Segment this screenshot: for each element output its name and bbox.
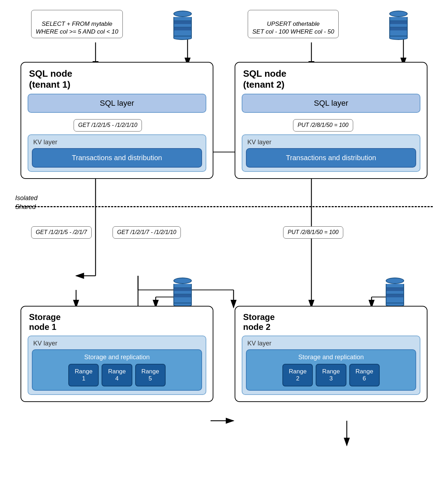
range-3: Range3 — [316, 364, 346, 386]
divider-line — [15, 206, 433, 207]
sql-layer-2: SQL layer — [242, 94, 420, 113]
sql-layer-1-label: SQL layer — [100, 99, 134, 107]
tenant2-kv-text: PUT /2/8/1/50 = 100 — [298, 122, 349, 128]
sql-node2-title: SQL node(tenant 2) — [242, 68, 420, 90]
storage1-db-icon — [173, 278, 192, 307]
range-4: Range4 — [102, 364, 132, 386]
storage-kv-outer-2: KV layer Storage and replication Range2 … — [242, 336, 420, 395]
tenant1-query-text: SELECT + FROM mytable WHERE col >= 5 AND… — [36, 21, 118, 35]
kv-layer-outer-2: KV layer Transactions and distribution — [242, 134, 420, 172]
storage-node-2: Storagenode 2 KV layer Storage and repli… — [235, 306, 427, 402]
tenant2-query-label: UPSERT othertable SET col - 100 WHERE co… — [248, 10, 339, 38]
storage-replication-label-1: Storage and replication — [36, 354, 198, 361]
storage-kv-label-1: KV layer — [32, 340, 202, 347]
kv-layer-2-label-text: KV layer — [247, 139, 271, 146]
bottom-get1-text: GET /1/2/1/5 - /2/1/7 — [36, 229, 87, 235]
diagram-container: SELECT + FROM mytable WHERE col >= 5 AND… — [0, 0, 448, 501]
storage2-db-icon — [386, 278, 404, 307]
storage-replication-label-2: Storage and replication — [250, 354, 412, 361]
storage-node2-title: Storagenode 2 — [242, 312, 420, 332]
sql-node-1: SQL node(tenant 1) SQL layer GET /1/2/1/… — [21, 62, 213, 179]
ranges-row-2: Range2 Range3 Range6 — [250, 364, 412, 386]
kv-layer-label-1: KV layer — [32, 139, 202, 146]
range-1: Range1 — [68, 364, 99, 386]
isolated-label: Isolated — [15, 194, 38, 202]
sql-layer-2-label: SQL layer — [314, 99, 348, 107]
range-5: Range5 — [135, 364, 166, 386]
tenant1-db-icon — [173, 11, 192, 40]
bottom-get2-label: GET /1/2/1/7 - /1/2/1/10 — [113, 226, 181, 239]
tenant2-query-text: UPSERT othertable SET col - 100 WHERE co… — [252, 21, 334, 35]
sql-layer-1: SQL layer — [28, 94, 206, 113]
transactions-box-2: Transactions and distribution — [246, 148, 416, 168]
transactions-2-text: Transactions and distribution — [286, 154, 376, 162]
range-6: Range6 — [349, 364, 380, 386]
tenant1-query-label: SELECT + FROM mytable WHERE col >= 5 AND… — [31, 10, 123, 38]
storage-kv-outer-1: KV layer Storage and replication Range1 … — [28, 336, 206, 395]
tenant2-kv-label: PUT /2/8/1/50 = 100 — [293, 119, 353, 132]
tenant2-db-icon — [389, 11, 408, 40]
sql-node-2: SQL node(tenant 2) SQL layer PUT /2/8/1/… — [235, 62, 427, 179]
ranges-row-1: Range1 Range4 Range5 — [36, 364, 198, 386]
bottom-get1-label: GET /1/2/1/5 - /2/1/7 — [31, 226, 92, 239]
range-2: Range2 — [282, 364, 313, 386]
kv-layer-label-2: KV layer — [246, 139, 416, 146]
kv-layer-outer-1: KV layer Transactions and distribution — [28, 134, 206, 172]
bottom-get2-text: GET /1/2/1/7 - /1/2/1/10 — [117, 229, 176, 235]
bottom-put-text: PUT /2/8/1/50 = 100 — [288, 229, 339, 235]
storage-node-1: Storagenode 1 KV layer Storage and repli… — [21, 306, 213, 402]
tenant1-kv-label: GET /1/2/1/5 - /1/2/1/10 — [74, 119, 142, 132]
storage-kv-label-2: KV layer — [246, 340, 416, 347]
transactions-1-text: Transactions and distribution — [72, 154, 162, 162]
sql-node1-title: SQL node(tenant 1) — [28, 68, 206, 90]
storage-node1-title: Storagenode 1 — [28, 312, 206, 332]
storage-replication-1: Storage and replication Range1 Range4 Ra… — [32, 349, 202, 391]
storage-replication-2: Storage and replication Range2 Range3 Ra… — [246, 349, 416, 391]
isolated-text: Isolated — [15, 194, 38, 202]
transactions-box-1: Transactions and distribution — [32, 148, 202, 168]
tenant1-kv-text: GET /1/2/1/5 - /1/2/1/10 — [78, 122, 137, 128]
bottom-put-label: PUT /2/8/1/50 = 100 — [283, 226, 343, 239]
kv-layer-1-label-text: KV layer — [33, 139, 57, 146]
